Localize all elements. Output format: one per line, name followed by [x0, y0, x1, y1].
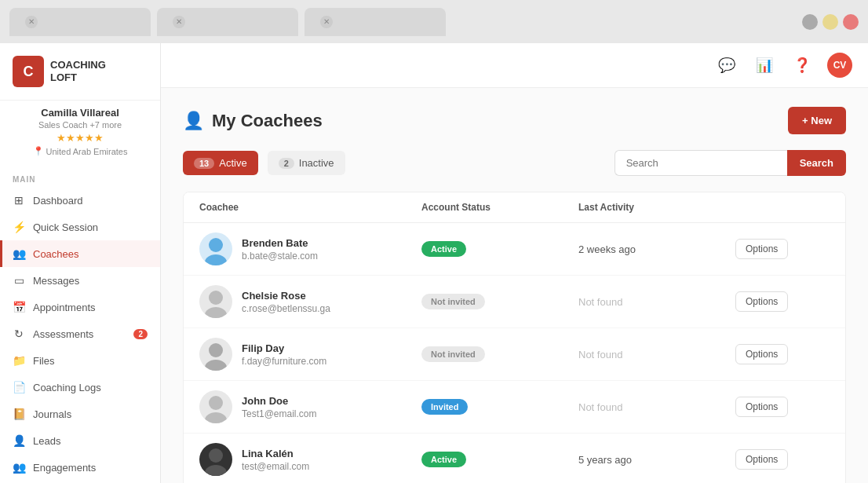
sidebar-item-coaching-logs[interactable]: 📄 Coaching Logs — [0, 374, 160, 401]
person-svg — [199, 338, 232, 371]
help-icon[interactable]: ❓ — [790, 53, 815, 78]
sidebar-item-files[interactable]: 📁 Files — [0, 347, 160, 374]
sidebar: C COACHING LOFT Camilla Villareal Sales … — [0, 43, 161, 483]
sidebar-item-assessments[interactable]: ↻ Assessments 2 — [0, 320, 160, 347]
status-cell: Active — [421, 452, 578, 467]
status-badge: Not invited — [421, 346, 485, 362]
last-activity: 2 weeks ago — [578, 243, 735, 255]
tab-close-2[interactable]: ✕ — [173, 16, 185, 28]
options-button[interactable]: Options — [735, 449, 788, 470]
search-button[interactable]: Search — [787, 150, 846, 176]
sidebar-item-label: Journals — [33, 408, 71, 420]
profile-location: 📍 United Arab Emirates — [6, 146, 154, 156]
sidebar-item-engagements[interactable]: 👥 Engagements — [0, 454, 160, 481]
browser-tab-1[interactable]: ✕ — [9, 8, 151, 36]
logo-line2: LOFT — [50, 71, 106, 84]
inactive-count: 2 — [279, 158, 294, 169]
col-last-activity: Last Activity — [578, 202, 735, 213]
app-container: C COACHING LOFT Camilla Villareal Sales … — [0, 43, 868, 483]
sidebar-item-coachees[interactable]: 👥 Coachees — [0, 240, 160, 267]
person-svg — [199, 232, 232, 265]
status-badge: Invited — [421, 399, 468, 415]
coachee-name: John Doe — [242, 395, 317, 407]
last-activity: Not found — [578, 401, 735, 413]
table-row: John Doe Test1@email.com Invited Not fou… — [184, 381, 845, 434]
coachee-email: test@email.com — [242, 461, 309, 472]
search-area: Search — [615, 150, 846, 176]
tab-close-3[interactable]: ✕ — [320, 16, 333, 28]
stats-icon[interactable]: 📊 — [752, 53, 777, 78]
svg-point-9 — [205, 465, 227, 476]
chat-icon[interactable]: 💬 — [714, 53, 739, 78]
coachee-info: Chelsie Rose c.rose@betlenssu.ga — [242, 290, 330, 314]
coachee-email: c.rose@betlenssu.ga — [242, 303, 330, 314]
window-controls — [802, 14, 859, 30]
svg-point-8 — [209, 448, 223, 463]
leads-icon: 👤 — [13, 434, 25, 447]
active-tab-button[interactable]: 13 Active — [183, 151, 258, 175]
sidebar-item-messages[interactable]: ▭ Messages — [0, 267, 160, 294]
status-cell: Invited — [421, 399, 578, 415]
options-button[interactable]: Options — [735, 291, 788, 312]
minimize-dot[interactable] — [802, 14, 818, 30]
inactive-tab-button[interactable]: 2 Inactive — [268, 151, 345, 175]
status-cell: Active — [421, 241, 578, 257]
browser-tab-3[interactable]: ✕ — [305, 8, 446, 36]
svg-point-4 — [209, 343, 223, 357]
col-actions — [735, 202, 830, 213]
browser-tab-2[interactable]: ✕ — [157, 8, 298, 36]
close-dot[interactable] — [843, 14, 859, 30]
svg-point-5 — [205, 360, 227, 371]
sidebar-item-quick-session[interactable]: ⚡ Quick Session — [0, 214, 160, 240]
person-svg — [199, 285, 232, 318]
sidebar-item-label: Coaching Logs — [33, 382, 101, 393]
sidebar-item-label: Assessments — [33, 328, 93, 340]
options-button[interactable]: Options — [735, 344, 788, 364]
maximize-dot[interactable] — [822, 14, 838, 30]
sidebar-item-label: Dashboard — [33, 195, 83, 207]
logo-text-group: COACHING LOFT — [50, 59, 106, 83]
table-row: Chelsie Rose c.rose@betlenssu.ga Not inv… — [184, 276, 845, 328]
coachee-email: Test1@email.com — [242, 408, 317, 419]
coachee-email: f.day@furniture.com — [242, 356, 326, 367]
svg-point-7 — [205, 412, 227, 423]
coachee-cell: Filip Day f.day@furniture.com — [199, 338, 421, 371]
options-button[interactable]: Options — [735, 239, 788, 259]
table-header: Coachee Account Status Last Activity — [184, 192, 845, 223]
options-button[interactable]: Options — [735, 397, 788, 417]
sidebar-item-journals[interactable]: 📔 Journals — [0, 401, 160, 427]
coachee-cell: Chelsie Rose c.rose@betlenssu.ga — [199, 285, 421, 318]
svg-point-3 — [205, 307, 227, 318]
sidebar-item-leads[interactable]: 👤 Leads — [0, 427, 160, 454]
new-button[interactable]: + New — [788, 107, 846, 134]
quick-session-icon: ⚡ — [13, 221, 25, 233]
coachee-info: Lina Kalén test@email.com — [242, 448, 309, 472]
options-cell: Options — [735, 291, 830, 312]
location-pin-icon: 📍 — [33, 146, 44, 156]
engagements-icon: 👥 — [13, 461, 25, 474]
status-cell: Not invited — [421, 346, 578, 362]
sidebar-item-label: Quick Session — [33, 221, 98, 233]
assessments-icon: ↻ — [13, 327, 25, 340]
table-row: Lina Kalén test@email.com Active 5 years… — [184, 434, 845, 483]
coachee-name: Lina Kalén — [242, 448, 309, 459]
tab-close-1[interactable]: ✕ — [25, 16, 38, 28]
sidebar-item-appointments[interactable]: 📅 Appointments — [0, 294, 160, 320]
options-cell: Options — [735, 397, 830, 417]
sidebar-item-label: Engagements — [33, 462, 96, 474]
person-svg — [199, 443, 232, 476]
options-cell: Options — [735, 239, 830, 259]
svg-point-6 — [209, 396, 223, 410]
search-input[interactable] — [615, 150, 787, 176]
last-activity: Not found — [578, 349, 735, 360]
svg-point-1 — [205, 254, 227, 265]
profile-name: Camilla Villareal — [6, 107, 154, 119]
sidebar-item-label: Leads — [33, 435, 60, 447]
status-badge: Active — [421, 452, 466, 467]
page-title: 👤 My Coachees — [183, 111, 323, 131]
svg-point-0 — [209, 238, 223, 252]
sidebar-section-label: MAIN — [0, 166, 160, 187]
sidebar-item-dashboard[interactable]: ⊞ Dashboard — [0, 187, 160, 214]
user-avatar[interactable]: CV — [827, 53, 852, 78]
coachee-avatar — [199, 338, 232, 371]
